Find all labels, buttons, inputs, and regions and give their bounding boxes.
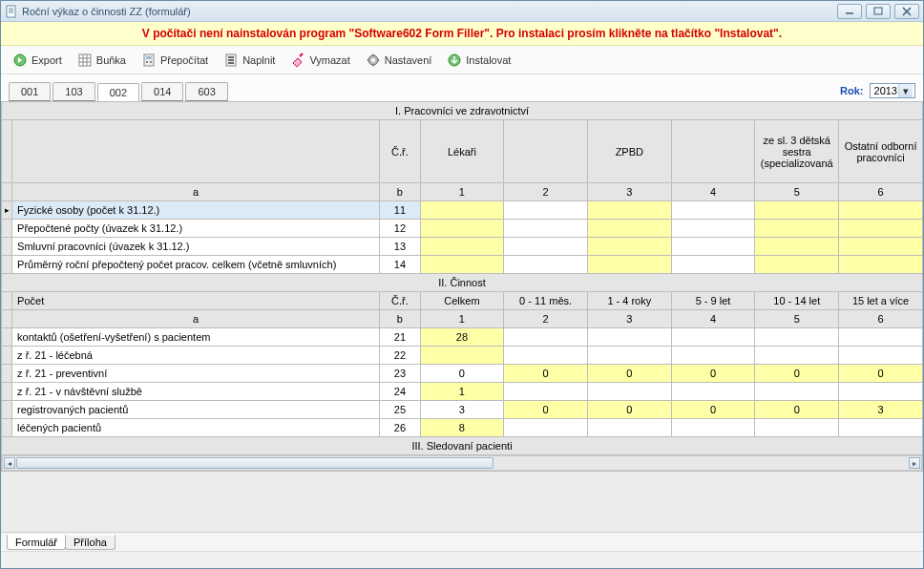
cell[interactable] <box>755 238 839 256</box>
cell[interactable] <box>504 419 588 437</box>
export-icon <box>12 53 28 68</box>
install-banner: V počítači není nainstalován program "So… <box>1 22 923 46</box>
scroll-right-icon[interactable]: ▸ <box>909 457 920 469</box>
nastaveni-button[interactable]: Nastavení <box>366 53 432 68</box>
cell[interactable]: 28 <box>420 328 504 347</box>
horizontal-scrollbar[interactable]: ◂▸ <box>2 455 922 471</box>
vymazat-button[interactable]: Vymazat <box>290 53 349 68</box>
cell[interactable] <box>755 347 839 365</box>
cell[interactable]: 0 <box>755 365 839 383</box>
cell[interactable] <box>755 256 839 274</box>
cell[interactable]: 0 <box>671 401 755 419</box>
cell[interactable] <box>671 347 755 365</box>
cell[interactable] <box>587 220 671 238</box>
row-cr: 14 <box>380 256 420 274</box>
cell[interactable] <box>587 383 671 401</box>
cell[interactable] <box>671 220 755 238</box>
cell[interactable] <box>420 238 504 256</box>
cell[interactable] <box>504 328 588 347</box>
year-select[interactable]: 2013 <box>870 83 915 98</box>
tab-002[interactable]: 002 <box>97 83 139 102</box>
col-c2-header2: 0 - 11 měs. <box>504 292 588 310</box>
cell[interactable] <box>504 256 588 274</box>
cell[interactable] <box>420 201 504 220</box>
main-toolbar: Export Buňka Přepočítat Naplnit Vymazat … <box>1 46 923 74</box>
cell[interactable]: 0 <box>587 365 671 383</box>
cell[interactable] <box>755 383 839 401</box>
cell[interactable] <box>839 383 923 401</box>
bunka-button[interactable]: Buňka <box>77 53 126 68</box>
cell[interactable]: 3 <box>420 401 504 419</box>
year-label: Rok: <box>840 85 863 96</box>
cell[interactable]: 0 <box>839 365 923 383</box>
naplnit-button[interactable]: Naplnit <box>223 53 275 68</box>
maximize-button[interactable] <box>866 4 891 19</box>
tab-603[interactable]: 603 <box>185 82 227 101</box>
cell[interactable] <box>587 256 671 274</box>
cell[interactable] <box>671 419 755 437</box>
row-cr: 12 <box>380 220 420 238</box>
cell[interactable]: 8 <box>420 419 504 437</box>
cell[interactable]: 0 <box>420 365 504 383</box>
cell[interactable] <box>839 256 923 274</box>
gear-icon <box>366 53 381 68</box>
cell[interactable] <box>420 220 504 238</box>
cell[interactable] <box>839 238 923 256</box>
cell[interactable] <box>839 220 923 238</box>
cell[interactable] <box>839 201 923 220</box>
cell[interactable]: 1 <box>420 383 504 401</box>
scroll-left-icon[interactable]: ◂ <box>4 457 15 469</box>
year-picker: Rok: 2013 <box>840 83 915 101</box>
cell[interactable] <box>587 347 671 365</box>
svg-rect-15 <box>146 56 152 59</box>
tab-001[interactable]: 001 <box>9 82 51 101</box>
cell[interactable] <box>839 328 923 347</box>
tab-014[interactable]: 014 <box>141 82 183 101</box>
tab-priloha[interactable]: Příloha <box>65 535 116 550</box>
tab-103[interactable]: 103 <box>52 82 94 101</box>
grid-hscroll[interactable]: ◂▸ <box>2 455 923 472</box>
sub-c6: 6 <box>839 183 923 201</box>
instalovat-button[interactable]: Instalovat <box>447 53 511 68</box>
cell[interactable] <box>671 383 755 401</box>
erase-icon <box>290 53 305 68</box>
outer-scrollbar[interactable] <box>1 551 923 568</box>
cell[interactable] <box>587 201 671 220</box>
cell[interactable] <box>504 238 588 256</box>
close-button[interactable] <box>894 4 919 19</box>
bottom-tabs: Formulář Příloha <box>1 532 923 551</box>
cell[interactable] <box>587 419 671 437</box>
cell[interactable] <box>671 238 755 256</box>
prepocitat-button[interactable]: Přepočítat <box>141 53 208 68</box>
cell[interactable] <box>755 201 839 220</box>
app-window: Roční výkaz o činnosti ZZ (formulář) V p… <box>0 0 924 569</box>
cell[interactable]: 0 <box>671 365 755 383</box>
cell[interactable]: 0 <box>504 401 588 419</box>
cell[interactable] <box>755 419 839 437</box>
cell[interactable] <box>504 220 588 238</box>
cell[interactable] <box>839 419 923 437</box>
cell[interactable]: 0 <box>504 365 588 383</box>
minimize-button[interactable] <box>837 4 862 19</box>
scroll-thumb[interactable] <box>16 457 494 469</box>
export-button[interactable]: Export <box>12 53 62 68</box>
cell[interactable] <box>671 328 755 347</box>
cell[interactable] <box>755 328 839 347</box>
cell[interactable]: 0 <box>587 401 671 419</box>
cell[interactable] <box>420 256 504 274</box>
cell[interactable] <box>587 328 671 347</box>
cell[interactable] <box>671 201 755 220</box>
tab-formular[interactable]: Formulář <box>7 535 66 550</box>
cell[interactable] <box>755 220 839 238</box>
cell[interactable] <box>839 347 923 365</box>
cell[interactable] <box>587 238 671 256</box>
cell[interactable] <box>504 201 588 220</box>
cell[interactable]: 3 <box>839 401 923 419</box>
data-grid[interactable]: I. Pracovníci ve zdravotnictvíČ.ř.Lékaři… <box>1 101 923 472</box>
cell[interactable] <box>420 347 504 365</box>
cell[interactable] <box>671 256 755 274</box>
cell[interactable] <box>504 347 588 365</box>
cell[interactable]: 0 <box>755 401 839 419</box>
cell[interactable] <box>504 383 588 401</box>
row-label: z ř. 21 - léčebná <box>12 347 380 365</box>
